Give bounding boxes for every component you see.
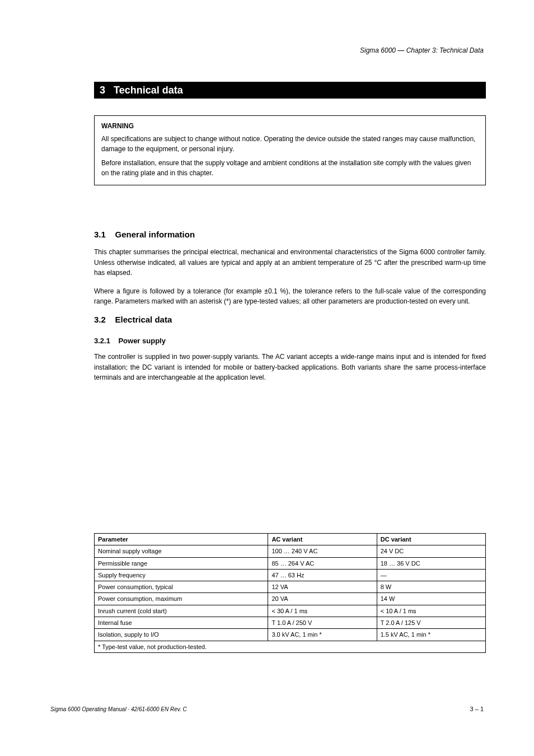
table-cell: Internal fuse <box>95 617 268 629</box>
subsection-3-1-title: General information <box>115 230 195 239</box>
section-title: Technical data <box>114 85 183 96</box>
table-row: Nominal supply voltage 100 … 240 V AC 24… <box>95 545 486 557</box>
section-heading-bar: 3 Technical data <box>94 82 486 99</box>
table-cell: 12 VA <box>268 581 377 593</box>
table-cell: 85 … 264 V AC <box>268 557 377 569</box>
table-cell: 3.0 kV AC, 1 min * <box>268 629 377 641</box>
table-cell: 18 … 36 V DC <box>377 557 485 569</box>
subsubsection-3-2-1: 3.2.1 Power supply <box>94 337 486 345</box>
table-cell: Isolation, supply to I/O <box>95 629 268 641</box>
subsection-spacer <box>108 230 113 239</box>
table-row: Isolation, supply to I/O 3.0 kV AC, 1 mi… <box>95 629 486 641</box>
table-cell: 14 W <box>377 593 485 605</box>
warning-title: WARNING <box>101 122 479 131</box>
table-header-row: Parameter AC variant DC variant <box>95 534 486 545</box>
table-row: Internal fuse T 1.0 A / 250 V T 2.0 A / … <box>95 617 486 629</box>
subsubsection-3-2-1-title: Power supply <box>118 337 166 345</box>
table-cell: Power consumption, maximum <box>95 593 268 605</box>
warning-paragraph-2: Before installation, ensure that the sup… <box>101 158 479 178</box>
header-chapter-title: Sigma 6000 — Chapter 3: Technical Data <box>360 46 484 54</box>
table-cell: 24 V DC <box>377 545 485 557</box>
subsection-3-2-number: 3.2 <box>94 315 106 324</box>
section-spacer <box>105 85 114 96</box>
table-cell: 20 VA <box>268 593 377 605</box>
table-header-ac: AC variant <box>268 534 377 545</box>
table-cell: Nominal supply voltage <box>95 545 268 557</box>
table-cell: T 2.0 A / 125 V <box>377 617 485 629</box>
table-footnote-row: * Type-test value, not production-tested… <box>95 641 486 652</box>
table-cell: 47 … 63 Hz <box>268 569 377 581</box>
subsection-3-2-title: Electrical data <box>115 315 172 324</box>
table-cell: Supply frequency <box>95 569 268 581</box>
table-row: Permissible range 85 … 264 V AC 18 … 36 … <box>95 557 486 569</box>
table-cell: < 30 A / 1 ms <box>268 605 377 617</box>
subsection-3-2: 3.2 Electrical data <box>94 315 486 324</box>
table-header-parameter: Parameter <box>95 534 268 545</box>
table-cell: 100 … 240 V AC <box>268 545 377 557</box>
paragraph-2: Where a figure is followed by a toleranc… <box>94 286 486 307</box>
table-cell: 1.5 kV AC, 1 min * <box>377 629 485 641</box>
spec-table: Parameter AC variant DC variant Nominal … <box>94 533 486 653</box>
table-cell: Permissible range <box>95 557 268 569</box>
subsubsection-spacer <box>113 337 116 345</box>
table-row: Inrush current (cold start) < 30 A / 1 m… <box>95 605 486 617</box>
subsection-spacer <box>108 315 113 324</box>
table-cell: T 1.0 A / 250 V <box>268 617 377 629</box>
warning-paragraph-1: All specifications are subject to change… <box>101 134 479 154</box>
table-cell: Power consumption, typical <box>95 581 268 593</box>
spec-table-wrap: Parameter AC variant DC variant Nominal … <box>94 533 486 653</box>
table-row: Supply frequency 47 … 63 Hz — <box>95 569 486 581</box>
table-cell: Inrush current (cold start) <box>95 605 268 617</box>
body-area: 3.1 General information This chapter sum… <box>94 230 486 391</box>
table-row: Power consumption, typical 12 VA 8 W <box>95 581 486 593</box>
page: Sigma 6000 — Chapter 3: Technical Data 3… <box>0 0 534 756</box>
warning-box: WARNING All specifications are subject t… <box>94 115 486 185</box>
table-header-dc: DC variant <box>377 534 485 545</box>
subsection-3-1-number: 3.1 <box>94 230 106 239</box>
table-cell: 8 W <box>377 581 485 593</box>
footer-doc-id: Sigma 6000 Operating Manual · 42/61-6000… <box>50 706 187 712</box>
paragraph-1: This chapter summarises the principal el… <box>94 247 486 278</box>
table-row: Power consumption, maximum 20 VA 14 W <box>95 593 486 605</box>
footer-page-number: 3 – 1 <box>470 706 484 712</box>
table-cell: < 10 A / 1 ms <box>377 605 485 617</box>
subsection-3-1: 3.1 General information <box>94 230 486 239</box>
paragraph-3: The controller is supplied in two power-… <box>94 352 486 383</box>
section-number: 3 <box>100 85 105 96</box>
table-cell: — <box>377 569 485 581</box>
table-footnote: * Type-test value, not production-tested… <box>95 641 486 652</box>
subsubsection-3-2-1-number: 3.2.1 <box>94 337 110 345</box>
